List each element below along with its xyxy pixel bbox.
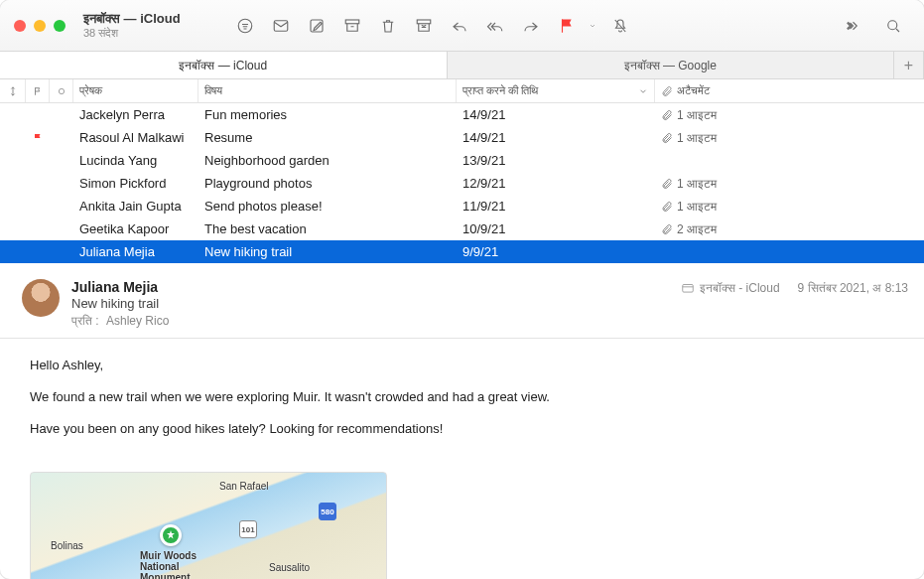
svg-point-6 xyxy=(59,88,64,93)
mailbox-icon xyxy=(681,281,695,295)
row-sender: Jackelyn Perra xyxy=(73,107,198,122)
row-attachment: 2 आइटम xyxy=(655,222,924,236)
row-flag-cell xyxy=(26,132,50,144)
row-sender: Geetika Kapoor xyxy=(73,221,198,236)
minimize-window-button[interactable] xyxy=(34,20,46,32)
reply-all-button[interactable] xyxy=(478,12,512,40)
message-list: Jackelyn PerraFun memories14/9/211 आइटमR… xyxy=(0,103,924,263)
search-button[interactable] xyxy=(876,12,910,40)
message-row[interactable]: Lucinda YangNeighborhood garden13/9/21 xyxy=(0,149,924,172)
row-subject: Playground photos xyxy=(198,176,457,191)
junk-button[interactable] xyxy=(407,12,441,40)
preview-to: प्रति : Ashley Rico xyxy=(71,314,669,328)
attachment-column[interactable]: अटैचमेंट xyxy=(655,79,924,102)
row-subject: Send photos please! xyxy=(198,199,457,214)
close-window-button[interactable] xyxy=(14,20,26,32)
mute-button[interactable] xyxy=(603,12,637,40)
body-paragraph: Hello Ashley, xyxy=(30,355,894,376)
preview-subject: New hiking trail xyxy=(71,296,669,311)
svg-point-5 xyxy=(888,20,897,29)
read-column[interactable] xyxy=(50,79,73,102)
forward-button[interactable] xyxy=(514,12,548,40)
body-paragraph: Have you been on any good hikes lately? … xyxy=(30,418,894,440)
row-date: 9/9/21 xyxy=(457,244,655,259)
flag-button[interactable] xyxy=(550,12,584,40)
sort-column[interactable] xyxy=(0,79,26,102)
toolbar xyxy=(228,12,637,40)
svg-rect-4 xyxy=(417,20,431,24)
row-subject: Resume xyxy=(198,130,457,145)
row-subject: New hiking trail xyxy=(198,244,457,259)
tab-google[interactable]: इनबॉक्स — Google xyxy=(448,52,895,78)
archive-button[interactable] xyxy=(335,12,369,40)
flag-column[interactable] xyxy=(26,79,50,102)
flag-menu-chevron[interactable] xyxy=(586,12,601,40)
message-header: Juliana Mejia New hiking trail प्रति : A… xyxy=(0,267,924,339)
map-pin-icon xyxy=(160,524,182,546)
svg-point-0 xyxy=(238,19,252,33)
window-title-group: इनबॉक्स — iCloud 38 संदेश xyxy=(83,12,181,40)
svg-rect-7 xyxy=(683,285,694,293)
row-date: 12/9/21 xyxy=(457,176,655,191)
row-sender: Rasoul Al Malkawi xyxy=(73,130,198,145)
date-column[interactable]: प्राप्त करने की तिथि xyxy=(457,79,655,102)
zoom-window-button[interactable] xyxy=(54,20,66,32)
message-row[interactable]: Rasoul Al MalkawiResume14/9/211 आइटम xyxy=(0,126,924,149)
titlebar: इनबॉक्स — iCloud 38 संदेश xyxy=(0,0,924,52)
message-row[interactable]: Geetika KapoorThe best vacation10/9/212 … xyxy=(0,217,924,240)
tab-icloud[interactable]: इनबॉक्स — iCloud xyxy=(0,52,448,78)
row-date: 14/9/21 xyxy=(457,130,655,145)
message-row[interactable]: Juliana MejiaNew hiking trail9/9/21 xyxy=(0,240,924,263)
new-message-button[interactable] xyxy=(264,12,298,40)
row-subject: The best vacation xyxy=(198,221,457,236)
map-attachment[interactable]: San Rafael Bolinas Muir Woods National M… xyxy=(30,472,387,579)
window-controls xyxy=(14,20,66,32)
message-row[interactable]: Ankita Jain GuptaSend photos please!11/9… xyxy=(0,195,924,217)
route-580-icon: 580 xyxy=(319,503,336,520)
mailbox-tabbar: इनबॉक्स — iCloud इनबॉक्स — Google + xyxy=(0,52,924,79)
row-subject: Fun memories xyxy=(198,107,457,122)
message-row[interactable]: Simon PickfordPlayground photos12/9/211 … xyxy=(0,172,924,195)
row-sender: Ankita Jain Gupta xyxy=(73,199,198,214)
compose-button[interactable] xyxy=(300,12,333,40)
row-sender: Juliana Mejia xyxy=(73,244,198,259)
svg-rect-3 xyxy=(345,20,359,24)
row-sender: Simon Pickford xyxy=(73,176,198,191)
reply-button[interactable] xyxy=(443,12,476,40)
row-date: 13/9/21 xyxy=(457,153,655,168)
subject-column[interactable]: विषय xyxy=(198,79,457,102)
svg-rect-1 xyxy=(274,20,288,31)
row-attachment: 1 आइटम xyxy=(655,108,924,122)
sender-column[interactable]: प्रेषक xyxy=(73,79,198,102)
row-subject: Neighborhood garden xyxy=(198,153,457,168)
more-button[interactable] xyxy=(835,12,868,40)
body-paragraph: We found a new trail when we were explor… xyxy=(30,386,894,408)
preview-mailbox[interactable]: इनबॉक्स - iCloud xyxy=(681,281,780,295)
row-date: 11/9/21 xyxy=(457,199,655,214)
message-body: Hello Ashley,We found a new trail when w… xyxy=(0,339,924,466)
filter-button[interactable] xyxy=(228,12,262,40)
route-101-icon: 101 xyxy=(239,520,257,538)
message-row[interactable]: Jackelyn PerraFun memories14/9/211 आइटम xyxy=(0,103,924,126)
column-header-row: प्रेषक विषय प्राप्त करने की तिथि अटैचमें… xyxy=(0,79,924,103)
delete-button[interactable] xyxy=(371,12,405,40)
preview-from: Juliana Mejia xyxy=(71,279,669,295)
row-attachment: 1 आइटम xyxy=(655,131,924,145)
row-date: 10/9/21 xyxy=(457,221,655,236)
window-title: इनबॉक्स — iCloud xyxy=(83,12,181,27)
row-sender: Lucinda Yang xyxy=(73,153,198,168)
row-date: 14/9/21 xyxy=(457,107,655,122)
window-subtitle: 38 संदेश xyxy=(83,27,181,40)
sender-avatar xyxy=(22,279,60,317)
add-tab-button[interactable]: + xyxy=(894,52,924,78)
row-attachment: 1 आइटम xyxy=(655,200,924,214)
preview-datetime: 9 सितंबर 2021, अ 8:13 xyxy=(798,281,908,295)
row-attachment: 1 आइटम xyxy=(655,177,924,191)
